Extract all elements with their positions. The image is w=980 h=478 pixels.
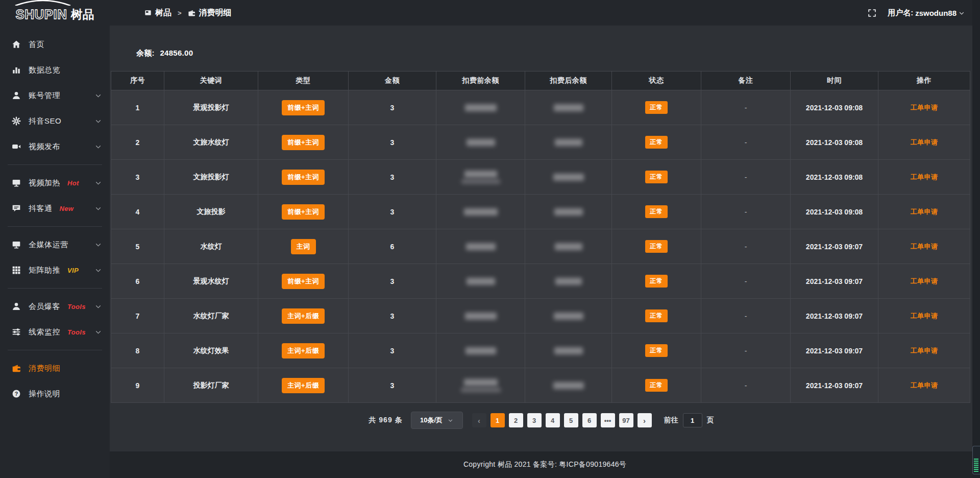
cell-balance-before [436,264,525,299]
sidebar-item-account-manage[interactable]: 账号管理 [0,83,110,108]
cell-index: 6 [111,264,164,299]
status-badge: 正常 [645,205,668,218]
cell-type: 前缀+主词 [258,264,349,299]
page-button-3[interactable]: 3 [527,413,542,427]
sidebar-item-label: 操作说明 [29,389,60,399]
cell-balance-before [436,195,525,229]
monitor-icon [12,240,21,249]
breadcrumb-separator: > [178,9,182,17]
ticket-apply-link[interactable]: 工单申请 [911,381,938,389]
page-button-5[interactable]: 5 [564,413,578,427]
cell-balance-before [436,125,525,160]
sidebar-item-media-ops[interactable]: 全媒体运营 [0,232,110,257]
scroll-indicator-widget [972,446,980,474]
logo-arc [12,0,74,6]
ticket-apply-link[interactable]: 工单申请 [911,104,938,111]
sidebar-item-instructions[interactable]: ?操作说明 [0,381,110,407]
chevron-down-icon [448,418,453,423]
green-bars-indicator [974,459,978,472]
column-header: 备注 [701,71,791,90]
breadcrumb-item-shupin[interactable]: 树品 [144,8,172,18]
ticket-apply-link[interactable]: 工单申请 [911,208,938,216]
fullscreen-icon[interactable] [868,9,876,17]
member-icon [12,302,21,311]
sidebar-item-consume-detail[interactable]: 消费明细 [0,355,110,381]
cell-index: 2 [111,125,164,160]
next-page-button[interactable]: › [638,413,652,427]
more-pages-button[interactable]: ••• [601,413,615,427]
sidebar-item-matrix-boost[interactable]: 矩阵助推VIP [0,257,110,283]
scrollbar-track[interactable] [972,0,980,478]
table-row: 8水纹灯效果主词+后缀3正常-2021-12-03 09:07工单申请 [111,333,970,368]
sidebar-item-douketong[interactable]: 抖客通New [0,196,110,221]
type-badge: 主词+后缀 [282,308,325,324]
ticket-apply-link[interactable]: 工单申请 [911,243,938,250]
sidebar-item-label: 视频发布 [29,142,60,152]
chart-icon [12,65,21,75]
column-header: 状态 [612,71,701,90]
balance: 余额: 24856.00 [136,49,193,58]
cell-status: 正常 [612,229,701,264]
type-badge: 前缀+主词 [282,274,325,289]
cell-balance-after [525,264,612,299]
ticket-apply-link[interactable]: 工单申请 [911,138,938,146]
sidebar-item-badge: Tools [67,328,86,336]
page-size-value: 10条/页 [420,416,443,425]
page-button-4[interactable]: 4 [546,413,560,427]
cell-balance-after [525,125,612,160]
page-buttons: 123456•••97 [491,413,633,427]
status-badge: 正常 [645,240,668,253]
svg-text:?: ? [15,391,18,397]
page-size-select[interactable]: 10条/页 [411,412,463,429]
cell-amount: 3 [349,299,436,333]
cell-amount: 3 [349,333,436,368]
cell-balance-after [525,368,612,403]
column-header: 类型 [258,71,349,90]
prev-page-button[interactable]: ‹ [472,413,486,427]
sidebar-item-video-heat[interactable]: 视频加热Hot [0,170,110,196]
consume-table-wrap: 序号关键词类型金额扣费前余额扣费后余额状态备注时间操作 1景观投影灯前缀+主词3… [111,71,970,403]
table-row: 4文旅投影前缀+主词3正常-2021-12-03 09:08工单申请 [111,195,970,229]
type-badge: 前缀+主词 [282,204,325,220]
cell-keyword: 文旅投影灯 [164,160,258,195]
cell-balance-before [436,333,525,368]
ticket-apply-link[interactable]: 工单申请 [911,173,938,181]
sidebar-item-data-overview[interactable]: 数据总览 [0,57,110,83]
goto-page-input[interactable] [683,413,702,427]
app-logo: SHUPIN 树品 [0,0,110,26]
column-header: 金额 [349,71,436,90]
table-body: 1景观投影灯前缀+主词3正常-2021-12-03 09:08工单申请2文旅水纹… [111,90,970,403]
chevron-down-icon [95,303,102,310]
page-button-6[interactable]: 6 [582,413,597,427]
sidebar-item-douyin-seo[interactable]: 抖音SEO [0,108,110,134]
menu-divider [8,226,102,227]
cell-balance-after [525,333,612,368]
user-icon [12,91,21,100]
page-button-1[interactable]: 1 [491,413,505,427]
sidebar-item-member-burst[interactable]: 会员爆客Tools [0,294,110,319]
column-header: 扣费后余额 [525,71,612,90]
column-header: 序号 [111,71,164,90]
cell-balance-before [436,299,525,333]
user-dropdown[interactable]: 用户名: zswodun88 [888,8,965,18]
sidebar-item-home[interactable]: 首页 [0,32,110,57]
ticket-apply-link[interactable]: 工单申请 [911,277,938,285]
breadcrumb-item-consume-detail[interactable]: 消费明细 [188,8,232,18]
masked-value [467,278,495,285]
sidebar-item-label: 线索监控 [29,327,60,337]
page-button-2[interactable]: 2 [509,413,523,427]
cell-action: 工单申请 [878,333,970,368]
cell-amount: 3 [349,125,436,160]
cell-balance-after [525,229,612,264]
cell-type: 主词+后缀 [258,333,349,368]
sidebar-item-video-publish[interactable]: 视频发布 [0,134,110,159]
cell-type: 主词+后缀 [258,368,349,403]
ticket-apply-link[interactable]: 工单申请 [911,312,938,320]
ticket-apply-link[interactable]: 工单申请 [911,347,938,354]
type-badge: 前缀+主词 [282,100,325,115]
cell-amount: 3 [349,368,436,403]
column-header: 扣费前余额 [436,71,525,90]
page-button-97[interactable]: 97 [619,413,633,427]
cell-time: 2021-12-03 09:08 [791,125,878,160]
sidebar-item-clue-monitor[interactable]: 线索监控Tools [0,319,110,345]
